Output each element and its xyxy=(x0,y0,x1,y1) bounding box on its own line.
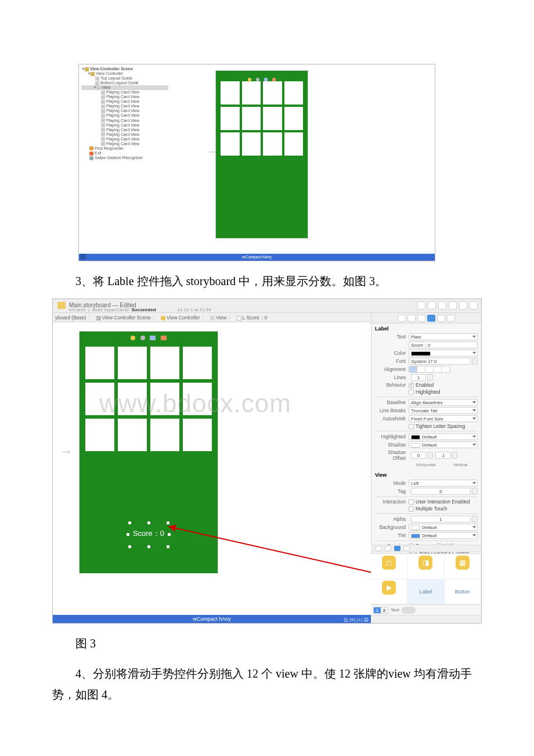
lines-stepper[interactable] xyxy=(427,374,433,381)
entry-arrow: → xyxy=(60,444,73,459)
tree-swipe: Swipe Gesture Recognizer xyxy=(95,156,143,160)
lib-cube[interactable]: ◨ xyxy=(407,554,444,579)
alignment-segment[interactable] xyxy=(409,366,450,373)
figure-1-screenshot: ▼View Controller Scene ▼View Controller … xyxy=(78,64,435,261)
libtab-objects[interactable] xyxy=(394,546,400,551)
shadow-h-input[interactable]: 0 xyxy=(411,452,426,459)
jump-bar[interactable]: yboard (Base)〉 View Controller Scene〉 Vi… xyxy=(53,313,371,322)
tab-identity[interactable] xyxy=(417,315,425,322)
tree-view: View xyxy=(102,85,110,89)
tree-card-12: Playing Card View xyxy=(106,142,139,146)
scene-icon-1 xyxy=(131,336,135,340)
tree-top-guide: Top Layout Guide xyxy=(100,76,132,80)
libtab-4[interactable] xyxy=(403,546,410,551)
cb-enabled[interactable] xyxy=(409,383,414,388)
tab-quickhelp[interactable] xyxy=(407,315,416,322)
status-line: erCard2 | Build SuperCard2: Succeeded xyxy=(69,307,156,312)
tree-card-3: Playing Card View xyxy=(106,99,139,103)
score-label-text: Score：0 xyxy=(133,529,164,538)
shadow-select[interactable]: Default xyxy=(409,441,478,448)
lib-picker[interactable]: ▶ xyxy=(371,579,407,605)
libtab-2[interactable] xyxy=(385,546,391,551)
canvas-stage: → Score：0 xyxy=(53,322,371,615)
device-canvas xyxy=(215,70,308,239)
lib-button[interactable]: Button xyxy=(445,579,481,605)
tab-attributes[interactable] xyxy=(427,315,435,322)
card-grid xyxy=(221,81,303,156)
toolbar-icon-4[interactable] xyxy=(449,301,457,309)
tree-card-11: Playing Card View xyxy=(106,137,139,141)
tree-bottom-guide: Bottom Layout Guide xyxy=(100,81,139,85)
tab-connections[interactable] xyxy=(447,315,455,322)
switch-icon xyxy=(402,607,416,614)
tree-card-8: Playing Card View xyxy=(106,123,139,127)
font-field[interactable]: System 17.0 xyxy=(409,358,471,365)
figure-3-caption: 图 3 xyxy=(52,633,482,654)
section-title-view: View xyxy=(375,472,478,478)
tree-vc: View Controller xyxy=(96,71,123,75)
inspector-footer xyxy=(371,615,481,623)
baseline-select[interactable]: Align Baselines xyxy=(409,399,478,406)
tree-card-4: Playing Card View xyxy=(106,104,139,108)
tree-card-7: Playing Card View xyxy=(106,118,139,123)
tab-size[interactable] xyxy=(437,315,445,322)
toolbar-icon-3[interactable] xyxy=(438,301,446,309)
library-tabs[interactable] xyxy=(371,545,481,552)
tab-file[interactable] xyxy=(398,315,406,322)
cb-highlighted[interactable] xyxy=(409,390,414,395)
figure-3-screenshot: Main.storyboard — Edited erCard2 | Build… xyxy=(52,298,482,624)
lines-input[interactable]: 1 xyxy=(411,374,426,381)
lib-grid[interactable]: ▦ xyxy=(445,554,481,579)
shadow-v-input[interactable]: -1 xyxy=(435,452,450,459)
score-label-selected[interactable]: Score：0 xyxy=(80,517,218,550)
library-filter-bar: 12 Text xyxy=(371,604,481,615)
libtab-1[interactable] xyxy=(376,546,382,551)
tag-input[interactable]: 0 xyxy=(411,488,471,495)
canvas-bottom-icons[interactable]: 밉 |Φ| |시 囸 xyxy=(344,616,369,624)
text-mode-select[interactable]: Plain xyxy=(409,333,478,340)
size-class-bar[interactable]: wCompact hAny 밉 |Φ| |시 囸 xyxy=(53,615,371,623)
tree-card-1: Playing Card View xyxy=(106,90,139,94)
highlighted-select[interactable]: Default xyxy=(409,433,478,440)
tree-scene: View Controller Scene xyxy=(90,67,133,71)
paragraph-step-4: 4、分别将滑动手势控件分别拖入 12 个 view 中。使 12 张牌的view… xyxy=(52,663,482,705)
autoshrink-select[interactable]: Fixed Font Size xyxy=(409,415,478,422)
cb-multitouch[interactable] xyxy=(409,506,414,512)
paragraph-step-3: 3、将 Lable 控件拖入 storyboard 中，用来显示分数。如图 3。 xyxy=(52,271,482,291)
folder-icon xyxy=(57,302,66,309)
tree-first-responder: First Responder xyxy=(95,146,124,150)
mode-select[interactable]: Left xyxy=(409,480,478,487)
scene-icon-2 xyxy=(140,336,145,340)
outline-tree: ▼View Controller Scene ▼View Controller … xyxy=(81,67,168,160)
library-pager[interactable]: 12 xyxy=(373,607,388,614)
card-grid xyxy=(85,347,212,451)
section-label: Label TextPlain Score：0 Color FontSystem… xyxy=(371,323,481,470)
alpha-input[interactable]: 1 xyxy=(411,516,471,523)
window-titlebar: Main.storyboard — Edited erCard2 | Build… xyxy=(53,299,481,313)
section-title-label: Label xyxy=(375,326,478,332)
tree-card-9: Playing Card View xyxy=(106,128,139,132)
inspector-tabs[interactable] xyxy=(371,313,481,323)
device-canvas: Score：0 xyxy=(79,331,218,574)
toolbar-icon-2[interactable] xyxy=(428,301,436,309)
toolbar-icon-6[interactable] xyxy=(470,301,478,309)
toolbar-icon-1[interactable] xyxy=(417,301,425,309)
lib-label[interactable]: Label xyxy=(407,579,444,605)
cb-user-interaction[interactable] xyxy=(409,499,414,505)
object-library: ◻ ◨ ▦ ▶ Label Button xyxy=(371,553,481,604)
tree-card-2: Playing Card View xyxy=(106,95,139,99)
tint-select[interactable]: Default xyxy=(409,532,478,539)
background-select[interactable]: Default xyxy=(409,524,478,531)
tree-card-6: Playing Card View xyxy=(106,113,139,117)
size-class-bar: wCompact hAny xyxy=(79,254,435,261)
font-stepper[interactable] xyxy=(472,358,478,365)
scene-icon-3 xyxy=(150,336,156,340)
lib-text-label: Text xyxy=(391,607,399,613)
cb-tighten[interactable] xyxy=(409,424,414,429)
scene-icon-4 xyxy=(161,336,167,340)
linebreaks-select[interactable]: Truncate Tail xyxy=(409,407,478,414)
color-select[interactable] xyxy=(409,350,478,357)
text-value-input[interactable]: Score：0 xyxy=(409,341,478,348)
lib-viewcontroller[interactable]: ◻ xyxy=(371,554,407,579)
toolbar-icon-5[interactable] xyxy=(459,301,467,309)
